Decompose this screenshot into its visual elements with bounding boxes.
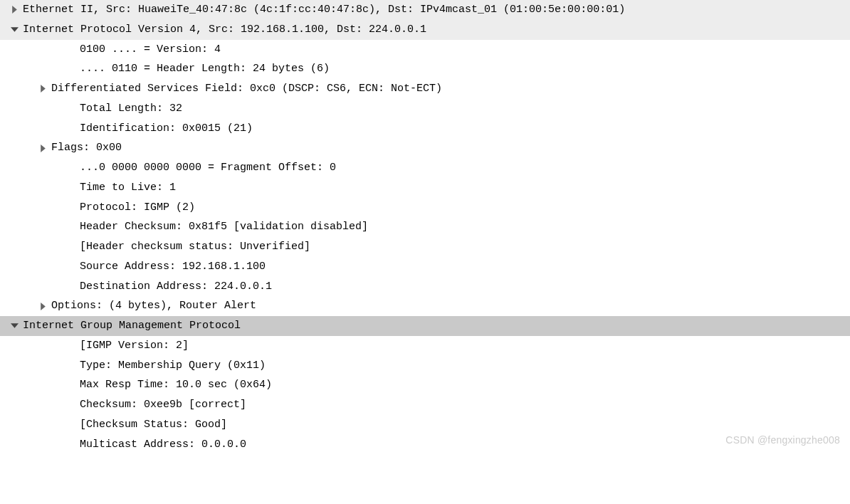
tree-row[interactable]: Internet Group Management Protocol <box>0 316 850 336</box>
tree-row[interactable]: [Checksum Status: Good] <box>0 415 850 435</box>
tree-row[interactable]: Header Checksum: 0x81f5 [validation disa… <box>0 217 850 237</box>
tree-row[interactable]: .... 0110 = Header Length: 24 bytes (6) <box>0 59 850 79</box>
tree-row[interactable]: [Header checksum status: Unverified] <box>0 237 850 257</box>
tree-row-label: ...0 0000 0000 0000 = Fragment Offset: 0 <box>80 158 850 178</box>
tree-row[interactable]: Multicast Address: 0.0.0.0 <box>0 435 850 455</box>
expand-icon[interactable] <box>34 145 51 152</box>
tree-row[interactable]: Internet Protocol Version 4, Src: 192.16… <box>0 20 850 40</box>
tree-row-label: Max Resp Time: 10.0 sec (0x64) <box>80 375 850 395</box>
tree-row-label: Destination Address: 224.0.0.1 <box>80 277 850 297</box>
tree-row-label: 0100 .... = Version: 4 <box>80 40 850 60</box>
expand-icon[interactable] <box>34 303 51 310</box>
packet-details-tree: Ethernet II, Src: HuaweiTe_40:47:8c (4c:… <box>0 0 850 454</box>
watermark-text: CSDN @fengxingzhe008 <box>725 431 840 450</box>
tree-row-label: [Header checksum status: Unverified] <box>80 237 850 257</box>
tree-row-label: Source Address: 192.168.1.100 <box>80 257 850 277</box>
tree-row-label: Flags: 0x00 <box>51 138 850 158</box>
tree-row-label: Differentiated Services Field: 0xc0 (DSC… <box>51 79 850 99</box>
tree-row-label: Checksum: 0xee9b [correct] <box>80 395 850 415</box>
tree-row-label: Protocol: IGMP (2) <box>80 198 850 218</box>
tree-row[interactable]: [IGMP Version: 2] <box>0 336 850 356</box>
tree-row[interactable]: Ethernet II, Src: HuaweiTe_40:47:8c (4c:… <box>0 0 850 20</box>
tree-row-label: Options: (4 bytes), Router Alert <box>51 296 850 316</box>
tree-row-label: [IGMP Version: 2] <box>80 336 850 356</box>
expand-icon[interactable] <box>6 6 23 14</box>
tree-row[interactable]: Identification: 0x0015 (21) <box>0 119 850 139</box>
tree-row-label: Internet Protocol Version 4, Src: 192.16… <box>23 20 850 40</box>
tree-row-label: Total Length: 32 <box>80 99 850 119</box>
tree-row[interactable]: Source Address: 192.168.1.100 <box>0 257 850 277</box>
tree-row[interactable]: Checksum: 0xee9b [correct] <box>0 395 850 415</box>
tree-row-label: .... 0110 = Header Length: 24 bytes (6) <box>80 59 850 79</box>
tree-row[interactable]: ...0 0000 0000 0000 = Fragment Offset: 0 <box>0 158 850 178</box>
tree-row[interactable]: Destination Address: 224.0.0.1 <box>0 277 850 297</box>
tree-row-label: Internet Group Management Protocol <box>23 316 850 336</box>
tree-row[interactable]: Differentiated Services Field: 0xc0 (DSC… <box>0 79 850 99</box>
tree-row[interactable]: Options: (4 bytes), Router Alert <box>0 296 850 316</box>
tree-row[interactable]: Flags: 0x00 <box>0 138 850 158</box>
tree-row[interactable]: Protocol: IGMP (2) <box>0 198 850 218</box>
tree-row-label: Time to Live: 1 <box>80 178 850 198</box>
tree-row[interactable]: Type: Membership Query (0x11) <box>0 356 850 376</box>
collapse-icon[interactable] <box>6 26 23 33</box>
tree-row[interactable]: Time to Live: 1 <box>0 178 850 198</box>
collapse-icon[interactable] <box>6 322 23 330</box>
expand-icon[interactable] <box>34 85 51 93</box>
tree-row-label: Identification: 0x0015 (21) <box>80 119 850 139</box>
tree-row[interactable]: Total Length: 32 <box>0 99 850 119</box>
tree-row[interactable]: Max Resp Time: 10.0 sec (0x64) <box>0 375 850 395</box>
tree-row-label: Type: Membership Query (0x11) <box>80 356 850 376</box>
tree-row[interactable]: 0100 .... = Version: 4 <box>0 40 850 60</box>
tree-row-label: Ethernet II, Src: HuaweiTe_40:47:8c (4c:… <box>23 0 850 20</box>
tree-row-label: Header Checksum: 0x81f5 [validation disa… <box>80 217 850 237</box>
